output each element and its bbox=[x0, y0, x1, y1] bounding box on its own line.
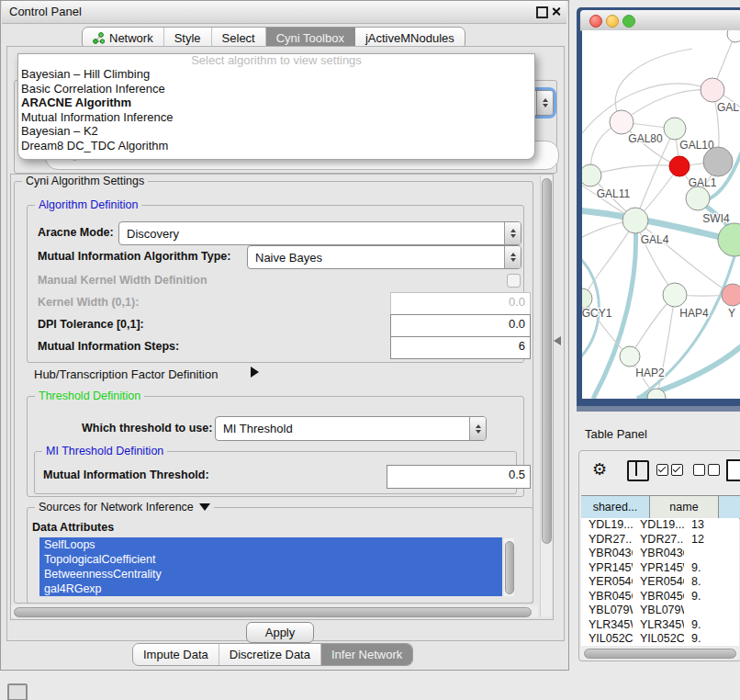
algorithm-option[interactable]: Dream8 DC_TDC Algorithm bbox=[18, 139, 534, 153]
node-Y[interactable] bbox=[722, 284, 740, 306]
mi-threshold-field[interactable]: 0.5 bbox=[387, 465, 531, 489]
combo-stepper-icon[interactable] bbox=[536, 91, 553, 115]
column-header[interactable] bbox=[719, 496, 740, 518]
table-horizontal-scrollbar[interactable] bbox=[581, 647, 739, 659]
node-unlabeled[interactable] bbox=[727, 30, 740, 42]
close-panel-icon[interactable] bbox=[551, 6, 561, 17]
sources-group-title[interactable]: Sources for Network Inference bbox=[35, 501, 214, 514]
tab-label: Select bbox=[222, 31, 255, 45]
node-label: GAL4 bbox=[641, 233, 669, 246]
algorithm-option[interactable]: ARACNE Algorithm bbox=[18, 96, 534, 110]
mi-threshold-group-title: MI Threshold Definition bbox=[42, 445, 167, 457]
table-row[interactable]: YER054CYER054C8. bbox=[581, 575, 739, 590]
combo-stepper-icon[interactable] bbox=[469, 417, 486, 440]
table-cell: YLR345W bbox=[633, 618, 684, 633]
split-columns-icon[interactable] bbox=[627, 460, 649, 481]
vertical-scrollbar[interactable] bbox=[540, 175, 552, 616]
node-HAP2[interactable] bbox=[620, 346, 640, 367]
float-panel-icon[interactable] bbox=[536, 6, 548, 18]
node-SWI4[interactable] bbox=[686, 186, 710, 210]
attribute-item[interactable]: TopologicalCoefficient bbox=[39, 552, 502, 567]
node-GAL80[interactable] bbox=[610, 110, 633, 134]
collapse-arrow-icon[interactable] bbox=[199, 503, 210, 511]
table-scrollbar-thumb[interactable] bbox=[584, 649, 736, 659]
table-row[interactable]: YLR345WYLR345W9. bbox=[581, 618, 739, 633]
node-GAL10[interactable] bbox=[664, 118, 686, 140]
expand-arrow-icon[interactable] bbox=[251, 367, 259, 378]
table-cell: YBR045C bbox=[633, 590, 684, 604]
unchecked-checkbox-icon[interactable] bbox=[693, 464, 705, 476]
mi-algorithm-type-combo[interactable]: Naive Bayes bbox=[247, 245, 521, 269]
algorithm-option[interactable]: Bayesian – K2 bbox=[18, 124, 534, 139]
table-cell bbox=[684, 604, 739, 618]
attribute-item[interactable]: BetweennessCentrality bbox=[39, 567, 502, 581]
mi-threshold-label: Mutual Information Threshold: bbox=[43, 469, 209, 481]
minimized-panel-icon[interactable] bbox=[7, 683, 28, 700]
table-row[interactable]: YBR043CYBR043C bbox=[581, 547, 739, 561]
document-icon[interactable] bbox=[726, 459, 740, 481]
column-header[interactable]: name bbox=[650, 496, 719, 518]
network-canvas[interactable]: GALGAL80GAL10GAL1GAL11SWI4GAL4GCY1HAP4YH… bbox=[582, 30, 740, 399]
maximize-window-icon[interactable] bbox=[622, 15, 635, 28]
table-row[interactable]: YDL19...YDL19...13 bbox=[581, 518, 739, 533]
list-scrollbar-thumb[interactable] bbox=[505, 541, 514, 594]
tab-label: jActiveMNodules bbox=[365, 31, 454, 45]
settings-group-title: Cyni Algorithm Settings bbox=[22, 175, 148, 187]
table-row[interactable]: YBL079WYBL079W bbox=[581, 604, 739, 618]
tab-impute-data[interactable]: Impute Data bbox=[133, 644, 219, 665]
table-row[interactable]: YBR045CYBR045C9. bbox=[581, 590, 739, 604]
close-window-icon[interactable] bbox=[589, 15, 602, 28]
which-threshold-combo[interactable]: MI Threshold bbox=[215, 416, 487, 441]
panel-divider-handle[interactable] bbox=[554, 336, 561, 345]
table-cell bbox=[684, 547, 739, 561]
apply-button[interactable]: Apply bbox=[246, 622, 314, 643]
checked-checkbox-icon[interactable] bbox=[671, 464, 683, 476]
dpi-tolerance-field[interactable]: 0.0 bbox=[390, 314, 531, 337]
algorithm-option[interactable]: Mutual Information Inference bbox=[18, 110, 534, 125]
node-unlabeled[interactable] bbox=[703, 147, 733, 176]
table-row[interactable]: YPR145WYPR145W9. bbox=[581, 561, 739, 576]
table-panel-title: Table Panel bbox=[585, 427, 647, 441]
node-label: GCY1 bbox=[582, 307, 612, 320]
node-GAL1[interactable] bbox=[669, 156, 690, 176]
attribute-item[interactable]: SelfLoops bbox=[39, 537, 502, 552]
horizontal-scrollbar[interactable] bbox=[11, 605, 538, 617]
node-GAL4[interactable] bbox=[622, 208, 648, 233]
node-GAL11[interactable] bbox=[582, 164, 601, 186]
gear-icon[interactable]: ⚙ bbox=[592, 459, 607, 480]
algorithm-option[interactable]: Bayesian – Hill Climbing bbox=[18, 67, 534, 82]
minimize-window-icon[interactable] bbox=[606, 15, 619, 28]
table-cell: YPR145W bbox=[633, 561, 684, 576]
mi-steps-field[interactable]: 6 bbox=[390, 336, 531, 359]
combo-stepper-icon[interactable] bbox=[504, 222, 521, 244]
list-scrollbar[interactable] bbox=[504, 538, 514, 596]
column-header[interactable]: shared... bbox=[581, 496, 650, 518]
vertical-scrollbar-thumb[interactable] bbox=[542, 178, 552, 544]
network-window-titlebar[interactable] bbox=[580, 10, 740, 31]
combo-stepper-icon[interactable] bbox=[504, 246, 521, 268]
kernel-width-field[interactable]: 0.0 bbox=[390, 292, 531, 315]
node-unlabeled[interactable] bbox=[718, 223, 740, 256]
table-cell: YBL079W bbox=[633, 604, 684, 618]
tab-label: Cyni Toolbox bbox=[276, 31, 344, 45]
sources-title-text: Sources for Network Inference bbox=[39, 501, 194, 514]
node-HAP4[interactable] bbox=[663, 283, 687, 307]
node-GAL[interactable] bbox=[701, 78, 724, 102]
table-row[interactable]: YDR27...YDR27...12 bbox=[581, 533, 739, 548]
attribute-item[interactable]: gal4RGexp bbox=[39, 581, 502, 596]
hub-definition-label[interactable]: Hub/Transcription Factor Definition bbox=[34, 367, 218, 381]
table-row[interactable]: YIL052CYIL052C9. bbox=[581, 632, 739, 646]
tab-infer-network[interactable]: Infer Network bbox=[321, 644, 412, 665]
algorithm-option[interactable]: Basic Correlation Inference bbox=[18, 82, 534, 96]
node-GCY1[interactable] bbox=[582, 288, 592, 309]
horizontal-scrollbar-thumb[interactable] bbox=[14, 607, 532, 617]
node-label: HAP4 bbox=[679, 307, 709, 320]
checked-checkbox-icon[interactable] bbox=[656, 464, 668, 476]
table-cell: YIL052C bbox=[581, 632, 633, 646]
unchecked-checkbox-icon[interactable] bbox=[708, 464, 720, 476]
table-cell: 13 bbox=[684, 518, 739, 533]
tab-discretize-data[interactable]: Discretize Data bbox=[219, 644, 321, 665]
table-header: shared...name bbox=[581, 495, 740, 519]
manual-kernel-width-checkbox[interactable] bbox=[507, 274, 521, 288]
aracne-mode-combo[interactable]: Discovery bbox=[118, 221, 521, 245]
